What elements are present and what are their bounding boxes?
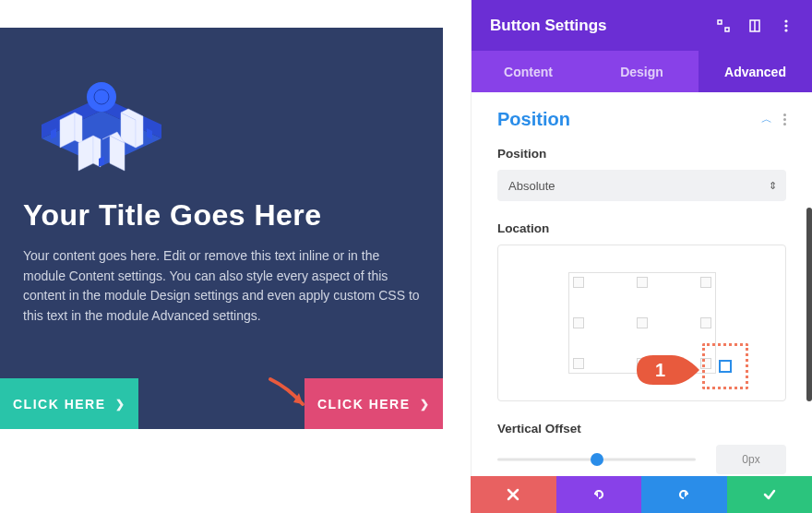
chevron-right-icon: ❯	[115, 398, 126, 411]
undo-button[interactable]	[556, 476, 642, 513]
location-bottom-left[interactable]	[569, 349, 593, 373]
close-icon	[507, 488, 519, 501]
chevron-right-icon: ❯	[420, 398, 431, 411]
redo-button[interactable]	[641, 476, 727, 513]
svg-marker-5	[75, 113, 82, 144]
settings-panel: Button Settings Content Design Advanced …	[471, 0, 812, 513]
collapse-icon[interactable]: ︿	[761, 112, 772, 127]
location-bottom-right-outer[interactable]	[702, 343, 748, 389]
preview-module: Your Title Goes Here Your content goes h…	[0, 28, 443, 429]
button-label: CLICK HERE	[317, 397, 411, 412]
location-center[interactable]	[593, 297, 691, 349]
location-picker: 1	[497, 245, 786, 401]
undo-icon	[591, 487, 606, 502]
click-here-button-left[interactable]: CLICK HERE ❯	[0, 378, 138, 429]
kebab-menu-icon[interactable]	[779, 18, 794, 33]
location-top-center[interactable]	[593, 273, 691, 297]
preview-title[interactable]: Your Title Goes Here	[23, 198, 420, 233]
svg-rect-16	[718, 20, 722, 24]
settings-tabs: Content Design Advanced	[472, 51, 812, 92]
tab-advanced[interactable]: Advanced	[699, 51, 812, 92]
svg-rect-17	[725, 28, 729, 31]
preview-body[interactable]: Your content goes here. Edit or remove t…	[23, 246, 420, 327]
panel-title: Button Settings	[490, 17, 699, 35]
isometric-illustration	[23, 55, 180, 175]
svg-point-22	[784, 29, 787, 31]
svg-marker-15	[293, 393, 303, 404]
vertical-offset-control: 0px	[497, 445, 786, 474]
location-top-left[interactable]	[569, 273, 593, 297]
vertical-offset-slider[interactable]	[497, 452, 696, 467]
panel-header: Button Settings	[472, 0, 812, 51]
tab-content[interactable]: Content	[472, 51, 585, 92]
vertical-offset-value[interactable]: 0px	[716, 445, 786, 474]
section-title[interactable]: Position	[497, 109, 750, 130]
location-bottom-center[interactable]	[593, 349, 691, 373]
check-icon	[762, 487, 777, 502]
svg-point-20	[784, 19, 787, 22]
updown-icon: ⇕	[769, 180, 777, 192]
location-middle-left[interactable]	[569, 297, 593, 349]
discard-button[interactable]	[471, 476, 556, 513]
panel-actions	[471, 476, 812, 513]
drag-icon[interactable]	[747, 18, 762, 33]
location-middle-right[interactable]	[691, 297, 715, 349]
location-grid: 1	[568, 272, 716, 374]
location-label: Location	[497, 221, 786, 235]
section-menu-icon[interactable]	[783, 113, 786, 125]
position-value: Absolute	[508, 179, 555, 193]
expand-icon[interactable]	[716, 18, 731, 33]
section-head: Position ︿	[497, 109, 786, 130]
save-button[interactable]	[727, 476, 813, 513]
vertical-offset-label: Vertical Offset	[497, 422, 786, 435]
position-select[interactable]: Absolute ⇕	[497, 170, 786, 201]
svg-point-21	[784, 24, 787, 27]
click-here-button-right[interactable]: CLICK HERE ❯	[304, 378, 443, 429]
svg-point-3	[87, 82, 116, 112]
position-label: Position	[497, 147, 786, 161]
tab-design[interactable]: Design	[585, 51, 699, 92]
location-top-right[interactable]	[691, 273, 715, 297]
redo-icon	[676, 487, 691, 502]
slider-thumb[interactable]	[591, 453, 603, 466]
scrollbar[interactable]	[806, 208, 812, 401]
button-label: CLICK HERE	[13, 397, 106, 412]
panel-body: Position ︿ Position Absolute ⇕ Location	[472, 92, 812, 513]
active-location-icon	[719, 360, 732, 373]
